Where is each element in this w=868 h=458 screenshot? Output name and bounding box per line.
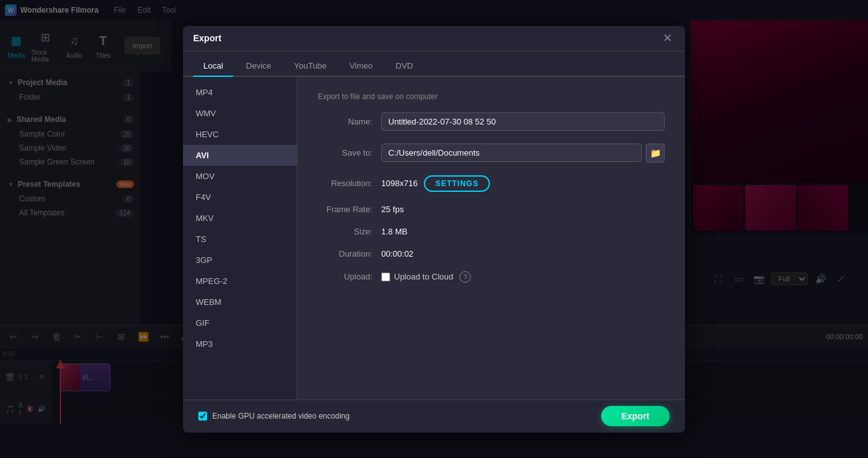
size-label: Size: — [318, 227, 381, 236]
upload-field-row: Upload: Upload to Cloud ? — [318, 271, 665, 283]
tab-device[interactable]: Device — [236, 56, 281, 77]
upload-to-cloud-text: Upload to Cloud — [394, 272, 453, 281]
format-mkv[interactable]: MKV — [183, 208, 297, 229]
tab-vimeo[interactable]: Vimeo — [339, 56, 383, 77]
format-mp3[interactable]: MP3 — [183, 333, 297, 354]
format-mp4[interactable]: MP4 — [183, 82, 297, 103]
tab-dvd[interactable]: DVD — [386, 56, 423, 77]
upload-to-cloud-label[interactable]: Upload to Cloud — [381, 272, 453, 281]
format-f4v[interactable]: F4V — [183, 187, 297, 208]
settings-button[interactable]: SETTINGS — [424, 175, 490, 192]
upload-to-cloud-checkbox[interactable] — [381, 273, 390, 281]
duration-value: 00:00:02 — [381, 249, 665, 259]
dialog-footer: Enable GPU accelerated video encoding Ex… — [183, 400, 685, 433]
frame-rate-label: Frame Rate: — [318, 205, 381, 214]
frame-rate-display: 25 fps — [381, 205, 403, 214]
resolution-value: 1098x716 — [381, 178, 417, 188]
format-mov[interactable]: MOV — [183, 166, 297, 187]
settings-panel: Export to file and save on computer Name… — [297, 77, 685, 400]
path-input-row: 📁 — [381, 144, 665, 163]
export-subtitle: Export to file and save on computer — [318, 92, 665, 101]
dialog-title: Export — [193, 33, 221, 43]
format-avi[interactable]: AVI — [183, 145, 297, 166]
size-value: 1.8 MB — [381, 227, 665, 236]
format-gif[interactable]: GIF — [183, 313, 297, 333]
dialog-tabs: Local Device YouTube Vimeo DVD — [183, 51, 685, 77]
modal-overlay: Export ✕ Local Device YouTube Vimeo DVD … — [0, 0, 868, 458]
save-to-label: Save to: — [318, 148, 381, 158]
size-field-row: Size: 1.8 MB — [318, 227, 665, 236]
gpu-checkbox[interactable] — [198, 412, 207, 421]
format-list: MP4 WMV HEVC AVI MOV F4V MKV TS 3GP MPEG… — [183, 77, 297, 400]
duration-display: 00:00:02 — [381, 249, 414, 259]
duration-label: Duration: — [318, 249, 381, 259]
export-dialog: Export ✕ Local Device YouTube Vimeo DVD … — [183, 26, 685, 433]
save-to-field-row: Save to: 📁 — [318, 144, 665, 163]
frame-rate-field-row: Frame Rate: 25 fps — [318, 205, 665, 214]
export-button[interactable]: Export — [601, 406, 670, 426]
upload-label: Upload: — [318, 272, 381, 281]
upload-help-icon[interactable]: ? — [459, 271, 471, 283]
frame-rate-value: 25 fps — [381, 205, 665, 214]
dialog-header: Export ✕ — [183, 26, 685, 51]
name-label: Name: — [318, 117, 381, 126]
path-input[interactable] — [381, 144, 642, 162]
name-value — [381, 112, 665, 131]
duration-field-row: Duration: 00:00:02 — [318, 249, 665, 259]
name-input[interactable] — [381, 112, 665, 131]
format-webm[interactable]: WEBM — [183, 292, 297, 313]
resolution-label: Resolution: — [318, 178, 381, 188]
name-field-row: Name: — [318, 112, 665, 131]
format-hevc[interactable]: HEVC — [183, 124, 297, 145]
dialog-close-button[interactable]: ✕ — [660, 30, 675, 46]
resolution-value-row: 1098x716 SETTINGS — [381, 175, 665, 192]
tab-youtube[interactable]: YouTube — [284, 56, 337, 77]
format-ts[interactable]: TS — [183, 229, 297, 250]
path-browse-button[interactable]: 📁 — [646, 144, 665, 163]
upload-options: Upload to Cloud ? — [381, 271, 665, 283]
dialog-body: MP4 WMV HEVC AVI MOV F4V MKV TS 3GP MPEG… — [183, 77, 685, 400]
gpu-label-text: Enable GPU accelerated video encoding — [212, 412, 349, 421]
format-3gp[interactable]: 3GP — [183, 250, 297, 271]
gpu-checkbox-label[interactable]: Enable GPU accelerated video encoding — [198, 412, 349, 421]
format-mpeg2[interactable]: MPEG-2 — [183, 271, 297, 292]
resolution-field-row: Resolution: 1098x716 SETTINGS — [318, 175, 665, 192]
tab-local[interactable]: Local — [193, 56, 233, 77]
format-wmv[interactable]: WMV — [183, 103, 297, 124]
size-display: 1.8 MB — [381, 227, 407, 236]
save-to-value: 📁 — [381, 144, 665, 163]
